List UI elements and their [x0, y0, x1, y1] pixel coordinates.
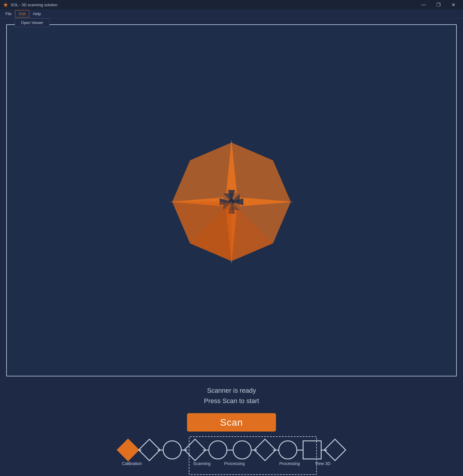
pipeline-label-calibration: Calibration: [122, 461, 142, 466]
pipeline-shape-7: [278, 440, 297, 459]
pipeline-label-scanning: Scanning: [193, 461, 210, 466]
scan-button[interactable]: Scan: [187, 413, 276, 432]
pipeline-area: Calibration Scanning Processing Processi…: [6, 440, 457, 476]
title-bar: SOL - 3D scanning solution — ❐ ✕: [0, 0, 463, 9]
pipeline-shape-9: [327, 442, 343, 458]
title-bar-left: SOL - 3D scanning solution: [3, 2, 58, 7]
pipeline-shape-2: [163, 440, 182, 459]
pipeline-labels-row: Calibration Scanning Processing Processi…: [110, 461, 353, 470]
diamond-empty-icon: [138, 439, 161, 461]
status-line1: Scanner is ready: [204, 385, 259, 396]
svg-marker-20: [172, 202, 232, 261]
menu-edit[interactable]: Edit: [15, 10, 29, 17]
pipeline-connector: [227, 450, 233, 451]
menu-file[interactable]: File: [2, 10, 15, 17]
pipeline-shape-8: [303, 440, 322, 459]
diamond-empty-icon: [254, 439, 276, 461]
edit-dropdown-menu: Open Viewer: [15, 18, 50, 27]
app-icon: [3, 2, 8, 7]
pipeline-shape-5: [233, 440, 252, 459]
svg-marker-0: [3, 2, 8, 7]
circle-icon: [278, 440, 297, 459]
status-area: Scanner is ready Press Scan to start: [204, 385, 259, 406]
pipeline-shape-6: [257, 442, 273, 458]
window-title: SOL - 3D scanning solution: [11, 3, 58, 7]
pipeline-shape-3: [187, 442, 203, 458]
open-viewer-menu-item[interactable]: Open Viewer: [15, 19, 49, 27]
circle-icon: [208, 440, 227, 459]
star-logo-container: [157, 114, 306, 286]
diamond-empty-icon: [324, 439, 346, 461]
square-icon: [303, 440, 322, 459]
close-button[interactable]: ✕: [446, 0, 460, 9]
circle-icon: [163, 440, 182, 459]
maximize-button[interactable]: ❐: [432, 0, 445, 9]
diamond-filled-icon: [117, 439, 139, 461]
pipeline-connector: [297, 450, 303, 451]
status-line2: Press Scan to start: [204, 396, 259, 406]
title-bar-controls: — ❐ ✕: [417, 0, 460, 9]
pipeline-shapes: [120, 440, 343, 459]
pipeline-shape-4: [208, 440, 227, 459]
menu-help[interactable]: Help: [29, 10, 44, 17]
sol-star-logo: [157, 114, 306, 286]
viewport: [6, 24, 457, 376]
pipeline-label-view3d: View 3D: [315, 461, 331, 466]
pipeline-label-processing1: Processing: [224, 461, 245, 466]
pipeline-shape-0: [120, 442, 136, 458]
circle-icon: [233, 440, 252, 459]
main-content: Scanner is ready Press Scan to start Sca…: [0, 18, 463, 476]
minimize-button[interactable]: —: [417, 0, 430, 9]
pipeline-shape-1: [141, 442, 157, 458]
diamond-empty-icon: [184, 439, 206, 461]
pipeline-label-processing2: Processing: [279, 461, 300, 466]
menu-bar: File Edit Help: [0, 9, 463, 18]
